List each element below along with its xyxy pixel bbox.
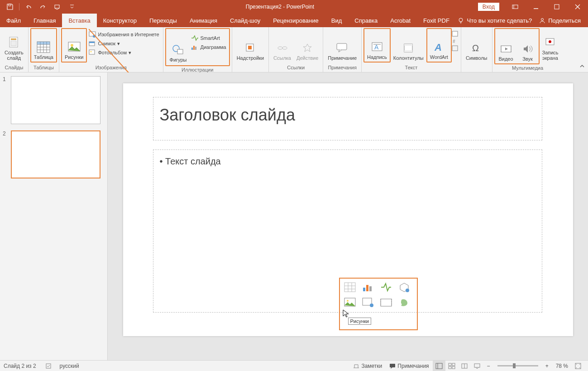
- date-icon[interactable]: [452, 31, 459, 37]
- smartart-button[interactable]: SmartArt: [189, 34, 228, 43]
- svg-rect-43: [344, 283, 355, 292]
- insert-chart-icon[interactable]: [361, 281, 375, 293]
- fit-to-window-button[interactable]: [572, 361, 584, 371]
- normal-view-button[interactable]: [433, 361, 445, 371]
- symbols-button[interactable]: Ω Символы: [463, 28, 490, 63]
- pictures-button[interactable]: Рисунки: [61, 28, 87, 63]
- zoom-level[interactable]: 78 %: [556, 363, 568, 369]
- tab-animations[interactable]: Анимация: [183, 14, 224, 27]
- tab-slideshow[interactable]: Слайд-шоу: [224, 14, 267, 27]
- tab-transitions[interactable]: Переходы: [143, 14, 183, 27]
- tab-help[interactable]: Справка: [348, 14, 384, 27]
- header-footer-button[interactable]: Колонтитулы: [391, 28, 426, 63]
- svg-rect-1: [55, 5, 59, 8]
- svg-rect-20: [177, 49, 183, 54]
- group-addins: Надстройки: [232, 27, 269, 72]
- zoom-slider[interactable]: [497, 365, 538, 366]
- wordart-icon: A: [432, 40, 446, 54]
- minimize-button[interactable]: [526, 0, 546, 14]
- tell-me-search[interactable]: Что вы хотите сделать?: [458, 17, 532, 24]
- share-button[interactable]: Поделиться: [539, 17, 581, 24]
- language-button[interactable]: русский: [60, 363, 79, 369]
- slide[interactable]: Заголовок слайда Текст слайда Рисун: [123, 83, 573, 336]
- save-button[interactable]: [4, 1, 16, 12]
- ribbon-options-button[interactable]: [505, 0, 526, 14]
- table-label: Таблица: [34, 54, 53, 60]
- sorter-view-button[interactable]: [445, 361, 458, 371]
- svg-text:Ω: Ω: [472, 43, 479, 53]
- insert-picture-icon[interactable]: [343, 297, 357, 308]
- svg-point-41: [549, 40, 551, 43]
- slide-canvas-area[interactable]: Заголовок слайда Текст слайда Рисун: [108, 72, 588, 360]
- title-placeholder[interactable]: Заголовок слайда: [153, 97, 542, 140]
- reading-view-button[interactable]: [458, 361, 471, 371]
- zoom-out-button[interactable]: −: [483, 361, 494, 371]
- screenshot-button[interactable]: Снимок ▾: [87, 39, 161, 48]
- doc-name: Презентация2: [246, 4, 282, 10]
- zoom-in-button[interactable]: +: [542, 361, 552, 371]
- shapes-label: Фигуры: [170, 57, 187, 63]
- audio-button[interactable]: Звук: [517, 29, 539, 63]
- wordart-button[interactable]: A WordArt: [426, 28, 452, 63]
- thumbnail-2[interactable]: 2: [3, 130, 105, 178]
- tab-foxit[interactable]: Foxit PDF: [417, 14, 456, 27]
- app-name: PowerPoint: [287, 4, 314, 10]
- object-icon[interactable]: [452, 45, 459, 52]
- new-slide-button[interactable]: Создать слайд: [2, 28, 26, 63]
- spellcheck-icon[interactable]: [42, 361, 56, 371]
- close-button[interactable]: [567, 0, 588, 14]
- comments-button[interactable]: Примечания: [386, 361, 432, 371]
- svg-point-26: [278, 47, 282, 49]
- sign-in-button[interactable]: Вход: [478, 3, 499, 11]
- start-from-beginning-button[interactable]: [51, 1, 64, 12]
- chart-icon: [191, 43, 198, 51]
- insert-3d-icon[interactable]: [397, 281, 411, 293]
- online-pictures-button[interactable]: Изображения в Интернете: [87, 30, 161, 39]
- group-images: Рисунки Изображения в Интернете Снимок ▾…: [59, 27, 163, 72]
- tab-home[interactable]: Главная: [27, 14, 62, 27]
- qat-customize-button[interactable]: [66, 1, 78, 12]
- video-button[interactable]: Видео: [495, 29, 517, 63]
- tab-view[interactable]: Вид: [325, 14, 349, 27]
- comment-button[interactable]: Примечание: [325, 28, 359, 63]
- table-button[interactable]: Таблица: [30, 28, 57, 63]
- tab-design[interactable]: Конструктор: [97, 14, 143, 27]
- comment-icon: [335, 41, 349, 55]
- svg-point-4: [459, 18, 463, 22]
- work-area: 1 2 Заголовок слайда Текст слайда: [0, 72, 588, 360]
- svg-rect-3: [555, 5, 559, 9]
- slide-counter[interactable]: Слайд 2 из 2: [4, 363, 36, 369]
- action-button[interactable]: Действие: [294, 28, 321, 63]
- screen-record-button[interactable]: Запись экрана: [540, 28, 561, 63]
- tab-insert[interactable]: Вставка: [62, 14, 96, 27]
- insert-icon-icon[interactable]: [397, 297, 411, 308]
- tab-review[interactable]: Рецензирование: [267, 14, 325, 27]
- svg-rect-35: [452, 31, 458, 36]
- photo-album-button[interactable]: Фотоальбом ▾: [87, 48, 161, 57]
- undo-button[interactable]: [22, 1, 35, 12]
- slide-number-icon[interactable]: #: [452, 38, 459, 44]
- textbox-button[interactable]: A Надпись: [363, 28, 391, 63]
- insert-smartart-icon[interactable]: [379, 281, 393, 293]
- insert-table-icon[interactable]: [343, 281, 357, 293]
- slideshow-view-button[interactable]: [471, 361, 483, 371]
- tab-file[interactable]: Файл: [0, 14, 27, 27]
- svg-rect-8: [11, 41, 16, 46]
- content-placeholder[interactable]: Текст слайда Рисунки: [153, 149, 542, 313]
- svg-point-51: [370, 304, 373, 307]
- tab-acrobat[interactable]: Acrobat: [384, 14, 417, 27]
- collapse-ribbon-button[interactable]: [578, 62, 586, 70]
- record-icon: [543, 35, 558, 50]
- svg-rect-25: [248, 46, 252, 49]
- link-button[interactable]: Ссылка: [271, 28, 294, 63]
- shapes-button[interactable]: Фигуры: [167, 30, 190, 64]
- addins-button[interactable]: Надстройки: [234, 28, 267, 63]
- chart-button[interactable]: Диаграмма: [189, 43, 228, 52]
- redo-button[interactable]: [37, 1, 49, 12]
- insert-video-icon[interactable]: [379, 297, 393, 308]
- notes-button[interactable]: Заметки: [349, 361, 386, 371]
- maximize-button[interactable]: [546, 0, 567, 14]
- thumbnail-1[interactable]: 1: [3, 76, 105, 124]
- insert-online-picture-icon[interactable]: [361, 297, 375, 308]
- svg-point-12: [71, 44, 73, 47]
